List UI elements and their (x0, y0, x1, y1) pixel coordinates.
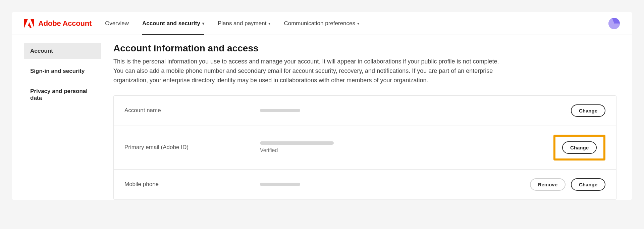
row-value: Verified (260, 141, 545, 153)
nav-plans-payment[interactable]: Plans and payment ▾ (218, 12, 271, 35)
change-mobile-phone-button[interactable]: Change (571, 178, 605, 191)
nav-label: Account and security (142, 20, 200, 27)
nav-items: Overview Account and security ▾ Plans an… (105, 12, 359, 35)
sidebar-item-signin-security[interactable]: Sign-in and security (24, 63, 101, 79)
sidebar-item-label: Sign-in and security (30, 68, 85, 74)
nav-account-security[interactable]: Account and security ▾ (142, 12, 204, 35)
nav-label: Plans and payment (218, 20, 267, 27)
row-actions: Change (571, 104, 605, 117)
page-description: This is the personal information you use… (113, 57, 509, 85)
row-label: Mobile phone (124, 181, 252, 188)
brand[interactable]: Adobe Account (24, 19, 92, 28)
top-nav: Adobe Account Overview Account and secur… (12, 12, 632, 35)
sidebar-item-label: Account (30, 48, 53, 54)
nav-label: Communication preferences (284, 20, 355, 27)
row-primary-email: Primary email (Adobe ID) Verified Change (114, 126, 616, 169)
redacted-value (260, 141, 334, 145)
row-actions: Remove Change (530, 178, 605, 191)
sidebar-item-label: Privacy and personal data (30, 88, 88, 101)
chevron-down-icon: ▾ (357, 21, 359, 26)
row-actions: Change (553, 135, 605, 161)
chevron-down-icon: ▾ (268, 21, 270, 26)
redacted-value (260, 109, 300, 112)
change-account-name-button[interactable]: Change (571, 104, 605, 117)
nav-communication-prefs[interactable]: Communication preferences ▾ (284, 12, 359, 35)
page-title: Account information and access (113, 43, 616, 54)
account-info-panel: Account name Change Primary email (Adobe… (113, 95, 616, 200)
row-value (260, 109, 563, 112)
main-content: Account information and access This is t… (113, 43, 620, 200)
row-label: Account name (124, 107, 252, 114)
email-status: Verified (260, 147, 545, 153)
row-mobile-phone: Mobile phone Remove Change (114, 169, 616, 199)
avatar[interactable] (608, 18, 620, 29)
adobe-logo-icon (24, 19, 34, 28)
sidebar: Account Sign-in and security Privacy and… (24, 43, 101, 200)
nav-overview[interactable]: Overview (105, 12, 129, 35)
highlight-change-email: Change (553, 135, 605, 161)
chevron-down-icon: ▾ (202, 21, 204, 26)
brand-text: Adobe Account (38, 19, 92, 28)
redacted-value (260, 183, 300, 186)
row-label: Primary email (Adobe ID) (124, 144, 252, 151)
remove-mobile-phone-button[interactable]: Remove (530, 178, 566, 191)
row-account-name: Account name Change (114, 96, 616, 126)
sidebar-item-account[interactable]: Account (24, 43, 101, 59)
row-value (260, 183, 522, 186)
sidebar-item-privacy-data[interactable]: Privacy and personal data (24, 83, 101, 106)
change-primary-email-button[interactable]: Change (562, 141, 597, 154)
nav-label: Overview (105, 20, 129, 27)
